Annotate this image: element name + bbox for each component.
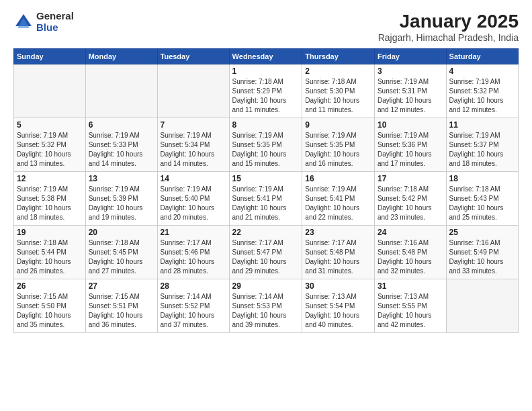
day-number: 13 [89,174,154,183]
calendar-cell: 13Sunrise: 7:19 AM Sunset: 5:39 PM Dayli… [85,172,157,226]
day-info: Sunrise: 7:19 AM Sunset: 5:39 PM Dayligh… [89,185,154,222]
logo-general: General [36,11,74,22]
day-info: Sunrise: 7:17 AM Sunset: 5:47 PM Dayligh… [232,238,300,276]
day-number: 15 [232,174,300,183]
day-number: 1 [232,66,300,76]
calendar-cell: 29Sunrise: 7:14 AM Sunset: 5:53 PM Dayli… [229,279,302,333]
day-number: 18 [449,174,515,183]
calendar-cell: 15Sunrise: 7:19 AM Sunset: 5:41 PM Dayli… [229,172,302,226]
day-number: 8 [232,120,300,130]
weekday-row: SundayMondayTuesdayWednesdayThursdayFrid… [14,49,519,64]
day-info: Sunrise: 7:19 AM Sunset: 5:41 PM Dayligh… [305,185,371,222]
day-number: 14 [161,174,226,183]
day-info: Sunrise: 7:13 AM Sunset: 5:54 PM Dayligh… [305,292,371,330]
day-number: 30 [305,281,371,291]
day-info: Sunrise: 7:19 AM Sunset: 5:41 PM Dayligh… [232,185,300,222]
calendar-cell: 3Sunrise: 7:19 AM Sunset: 5:31 PM Daylig… [374,64,446,118]
calendar-cell: 21Sunrise: 7:17 AM Sunset: 5:46 PM Dayli… [157,226,229,279]
day-number: 4 [449,66,515,76]
day-info: Sunrise: 7:19 AM Sunset: 5:31 PM Dayligh… [378,77,443,115]
calendar-cell: 26Sunrise: 7:15 AM Sunset: 5:50 PM Dayli… [14,279,86,333]
calendar-cell [85,64,157,118]
day-number: 26 [17,281,83,291]
calendar-header: SundayMondayTuesdayWednesdayThursdayFrid… [14,49,519,64]
calendar-cell: 24Sunrise: 7:16 AM Sunset: 5:48 PM Dayli… [374,226,446,279]
calendar-cell: 31Sunrise: 7:13 AM Sunset: 5:55 PM Dayli… [374,279,446,333]
logo-icon [13,12,34,32]
calendar-cell: 7Sunrise: 7:19 AM Sunset: 5:34 PM Daylig… [157,118,229,172]
day-number: 3 [378,66,443,76]
day-info: Sunrise: 7:18 AM Sunset: 5:45 PM Dayligh… [89,238,154,276]
weekday-header-sunday: Sunday [14,49,86,64]
day-info: Sunrise: 7:14 AM Sunset: 5:53 PM Dayligh… [232,292,300,330]
calendar-cell: 20Sunrise: 7:18 AM Sunset: 5:45 PM Dayli… [85,226,157,279]
weekday-header-friday: Friday [374,49,446,64]
day-number: 24 [378,228,443,237]
day-info: Sunrise: 7:19 AM Sunset: 5:37 PM Dayligh… [449,131,515,169]
calendar-body: 1Sunrise: 7:18 AM Sunset: 5:29 PM Daylig… [14,64,519,333]
calendar-cell [157,64,229,118]
day-number: 9 [305,120,371,130]
page: General Blue January 2025 Rajgarh, Himac… [0,0,532,411]
header: General Blue January 2025 Rajgarh, Himac… [13,11,519,43]
weekday-header-thursday: Thursday [302,49,375,64]
day-info: Sunrise: 7:13 AM Sunset: 5:55 PM Dayligh… [378,292,443,330]
day-number: 21 [161,228,226,237]
logo-text: General Blue [36,11,74,33]
day-number: 11 [449,120,515,130]
calendar-cell: 18Sunrise: 7:18 AM Sunset: 5:43 PM Dayli… [446,172,518,226]
day-number: 23 [305,228,371,237]
calendar-cell: 19Sunrise: 7:18 AM Sunset: 5:44 PM Dayli… [14,226,86,279]
weekday-header-monday: Monday [85,49,157,64]
calendar-cell: 30Sunrise: 7:13 AM Sunset: 5:54 PM Dayli… [302,279,375,333]
calendar-cell: 28Sunrise: 7:14 AM Sunset: 5:52 PM Dayli… [157,279,229,333]
day-info: Sunrise: 7:17 AM Sunset: 5:48 PM Dayligh… [305,238,371,276]
day-number: 16 [305,174,371,183]
day-number: 28 [161,281,226,291]
calendar-cell: 11Sunrise: 7:19 AM Sunset: 5:37 PM Dayli… [446,118,518,172]
calendar-cell: 23Sunrise: 7:17 AM Sunset: 5:48 PM Dayli… [302,226,375,279]
calendar-week-4: 19Sunrise: 7:18 AM Sunset: 5:44 PM Dayli… [14,226,519,279]
day-info: Sunrise: 7:16 AM Sunset: 5:49 PM Dayligh… [449,238,515,276]
day-number: 17 [378,174,443,183]
day-number: 19 [17,228,83,237]
calendar: SundayMondayTuesdayWednesdayThursdayFrid… [13,48,519,333]
day-info: Sunrise: 7:18 AM Sunset: 5:29 PM Dayligh… [232,77,300,115]
calendar-cell [14,64,86,118]
day-number: 6 [89,120,154,130]
day-number: 31 [378,281,443,291]
weekday-header-wednesday: Wednesday [229,49,302,64]
day-number: 29 [232,281,300,291]
calendar-cell: 8Sunrise: 7:19 AM Sunset: 5:35 PM Daylig… [229,118,302,172]
day-info: Sunrise: 7:14 AM Sunset: 5:52 PM Dayligh… [161,292,226,330]
calendar-week-3: 12Sunrise: 7:19 AM Sunset: 5:38 PM Dayli… [14,172,519,226]
day-info: Sunrise: 7:16 AM Sunset: 5:48 PM Dayligh… [378,238,443,276]
day-info: Sunrise: 7:15 AM Sunset: 5:50 PM Dayligh… [17,292,83,330]
day-info: Sunrise: 7:19 AM Sunset: 5:32 PM Dayligh… [17,131,83,169]
calendar-cell: 4Sunrise: 7:19 AM Sunset: 5:32 PM Daylig… [446,64,518,118]
day-number: 2 [305,66,371,76]
day-info: Sunrise: 7:19 AM Sunset: 5:33 PM Dayligh… [89,131,154,169]
day-info: Sunrise: 7:19 AM Sunset: 5:36 PM Dayligh… [378,131,443,169]
day-number: 20 [89,228,154,237]
calendar-cell: 12Sunrise: 7:19 AM Sunset: 5:38 PM Dayli… [14,172,86,226]
day-number: 27 [89,281,154,291]
day-info: Sunrise: 7:17 AM Sunset: 5:46 PM Dayligh… [161,238,226,276]
day-info: Sunrise: 7:18 AM Sunset: 5:43 PM Dayligh… [449,185,515,222]
day-info: Sunrise: 7:18 AM Sunset: 5:42 PM Dayligh… [378,185,443,222]
calendar-cell: 5Sunrise: 7:19 AM Sunset: 5:32 PM Daylig… [14,118,86,172]
title-block: January 2025 Rajgarh, Himachal Pradesh, … [378,11,519,43]
calendar-cell: 25Sunrise: 7:16 AM Sunset: 5:49 PM Dayli… [446,226,518,279]
day-info: Sunrise: 7:19 AM Sunset: 5:35 PM Dayligh… [232,131,300,169]
day-number: 5 [17,120,83,130]
day-info: Sunrise: 7:15 AM Sunset: 5:51 PM Dayligh… [89,292,154,330]
calendar-cell: 9Sunrise: 7:19 AM Sunset: 5:35 PM Daylig… [302,118,375,172]
logo: General Blue [13,11,74,33]
calendar-week-1: 1Sunrise: 7:18 AM Sunset: 5:29 PM Daylig… [14,64,519,118]
calendar-cell: 22Sunrise: 7:17 AM Sunset: 5:47 PM Dayli… [229,226,302,279]
title-month: January 2025 [378,11,519,32]
day-info: Sunrise: 7:19 AM Sunset: 5:40 PM Dayligh… [161,185,226,222]
day-number: 10 [378,120,443,130]
calendar-cell: 14Sunrise: 7:19 AM Sunset: 5:40 PM Dayli… [157,172,229,226]
title-location: Rajgarh, Himachal Pradesh, India [378,32,519,43]
